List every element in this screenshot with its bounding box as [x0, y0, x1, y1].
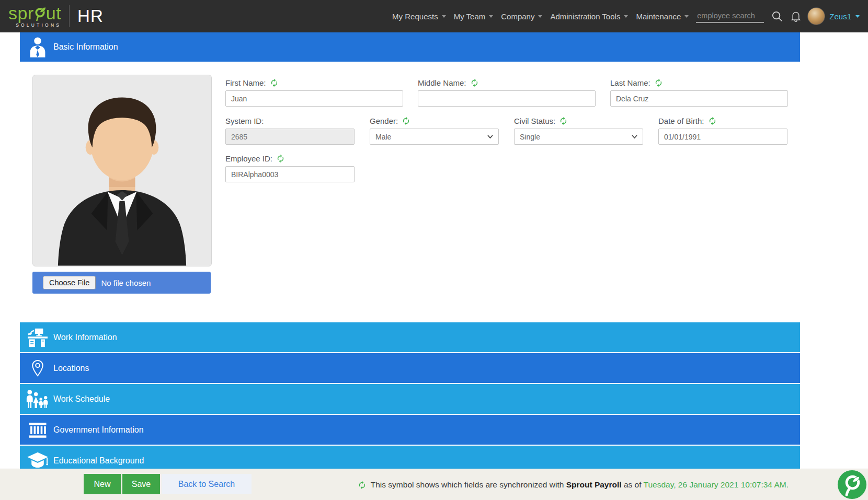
section-title: Basic Information: [53, 42, 118, 52]
nav-item-administration-tools[interactable]: Administration Tools: [550, 12, 628, 21]
navbar-right: My Requests My Team Company Administrati…: [392, 7, 860, 25]
middle-name-label: Middle Name:: [418, 78, 466, 87]
sync-note-middle: as of: [622, 480, 644, 489]
civil-status-label: Civil Status:: [514, 117, 555, 125]
date-of-birth-label: Date of Birth:: [658, 117, 704, 125]
system-id-input: [225, 129, 355, 145]
sprout-hr-logo[interactable]: sprut SOLUTIONS HR: [8, 5, 104, 28]
map-pin-icon: [26, 358, 49, 379]
sync-note-date: Tuesday, 26 January 2021 10:07:34 AM.: [644, 480, 789, 489]
system-id-label: System ID:: [225, 117, 264, 125]
choose-file-button[interactable]: Choose File: [43, 276, 96, 289]
nav-item-company[interactable]: Company: [501, 12, 542, 21]
chevron-down-icon: [487, 135, 493, 138]
person-tie-icon: [26, 36, 49, 58]
gender-field: Gender: Male: [370, 115, 499, 145]
first-name-input[interactable]: [225, 90, 403, 107]
sync-icon: [470, 78, 479, 87]
employee-photo: [32, 75, 212, 266]
sync-icon: [559, 117, 568, 125]
date-of-birth-field: Date of Birth:: [658, 115, 787, 145]
photo-upload-bar: Choose File No file chosen: [32, 272, 211, 294]
sync-icon: [276, 154, 285, 163]
sync-note-prefix: This symbol shows which fields are synch…: [371, 480, 566, 489]
no-file-chosen-text: No file chosen: [101, 278, 151, 287]
bank-icon: [26, 421, 49, 439]
gender-label: Gender:: [370, 117, 398, 125]
sync-note-product: Sprout Payroll: [566, 480, 622, 489]
search-icon[interactable]: [771, 10, 783, 22]
chevron-down-icon: [632, 135, 637, 138]
employee-search-input[interactable]: [696, 9, 764, 23]
first-name-label: First Name:: [225, 78, 266, 87]
section-title: Locations: [53, 364, 89, 373]
section-title: Work Information: [53, 333, 117, 342]
bell-icon[interactable]: [791, 10, 801, 22]
back-to-search-link[interactable]: Back to Search: [162, 474, 252, 494]
chevron-down-icon: [624, 15, 628, 18]
last-name-field: Last Name:: [610, 77, 788, 107]
sync-icon: [402, 117, 410, 125]
nav-item-maintenance[interactable]: Maintenance: [636, 12, 689, 21]
section-title: Work Schedule: [53, 394, 110, 404]
civil-status-select[interactable]: Single: [514, 129, 643, 145]
sprout-logo: sprut SOLUTIONS: [8, 5, 61, 28]
employee-avatar-image: [33, 75, 211, 266]
new-button[interactable]: New: [84, 474, 121, 494]
logo-divider: [69, 5, 70, 27]
sprout-leaf-icon: [34, 5, 46, 21]
section-title: Educational Background: [53, 456, 144, 466]
middle-name-field: Middle Name:: [418, 77, 596, 107]
payroll-sync-note: This symbol shows which fields are synch…: [358, 469, 789, 500]
footer-bar: New Save Back to Search This symbol show…: [0, 469, 868, 500]
save-button[interactable]: Save: [122, 474, 160, 494]
user-avatar: [807, 7, 825, 25]
civil-status-field: Civil Status: Single: [514, 115, 643, 145]
employee-id-label: Employee ID:: [225, 154, 272, 163]
brand-subtitle: SOLUTIONS: [16, 22, 61, 28]
employee-id-input[interactable]: [225, 166, 355, 182]
chevron-down-icon: [855, 15, 860, 18]
user-menu[interactable]: Zeus1: [807, 7, 860, 25]
product-name: HR: [77, 6, 104, 26]
middle-name-input[interactable]: [418, 90, 596, 107]
top-navbar: sprut SOLUTIONS HR My Requests My Team C…: [0, 0, 868, 32]
system-id-field: System ID:: [225, 115, 355, 145]
sprout-chat-icon: [837, 470, 867, 499]
nav-item-my-requests[interactable]: My Requests: [392, 12, 446, 21]
family-icon: [26, 389, 49, 409]
graduation-cap-icon: [26, 451, 49, 471]
first-name-field: First Name:: [225, 77, 403, 107]
brand-text-end: ut: [46, 5, 61, 21]
chevron-down-icon: [442, 15, 446, 18]
date-of-birth-input[interactable]: [658, 129, 787, 145]
sprout-wordmark: sprut: [8, 5, 61, 21]
section-locations[interactable]: Locations: [20, 353, 800, 383]
sprout-hr-app: sprut SOLUTIONS HR My Requests My Team C…: [0, 0, 868, 500]
chevron-down-icon: [489, 15, 493, 18]
section-work-information[interactable]: Work Information: [20, 322, 800, 352]
sync-icon: [270, 78, 279, 87]
brand-text-start: spr: [8, 5, 34, 21]
last-name-label: Last Name:: [610, 78, 650, 87]
section-work-schedule[interactable]: Work Schedule: [20, 384, 800, 414]
nav-item-my-team[interactable]: My Team: [454, 12, 494, 21]
employee-id-field: Employee ID:: [225, 153, 355, 182]
section-title: Government Information: [53, 425, 144, 435]
chevron-down-icon: [684, 15, 689, 18]
desk-icon: [26, 328, 49, 347]
section-government-information[interactable]: Government Information: [20, 415, 800, 445]
chevron-down-icon: [538, 15, 542, 18]
last-name-input[interactable]: [610, 90, 788, 107]
nav-menu: My Requests My Team Company Administrati…: [392, 12, 689, 21]
section-basic-information[interactable]: Basic Information: [20, 32, 800, 62]
gender-select[interactable]: Male: [370, 129, 499, 145]
sync-icon: [358, 481, 367, 490]
username: Zeus1: [829, 12, 851, 21]
sync-icon: [654, 78, 663, 87]
sync-icon: [708, 117, 717, 125]
chat-widget-button[interactable]: [837, 470, 867, 499]
